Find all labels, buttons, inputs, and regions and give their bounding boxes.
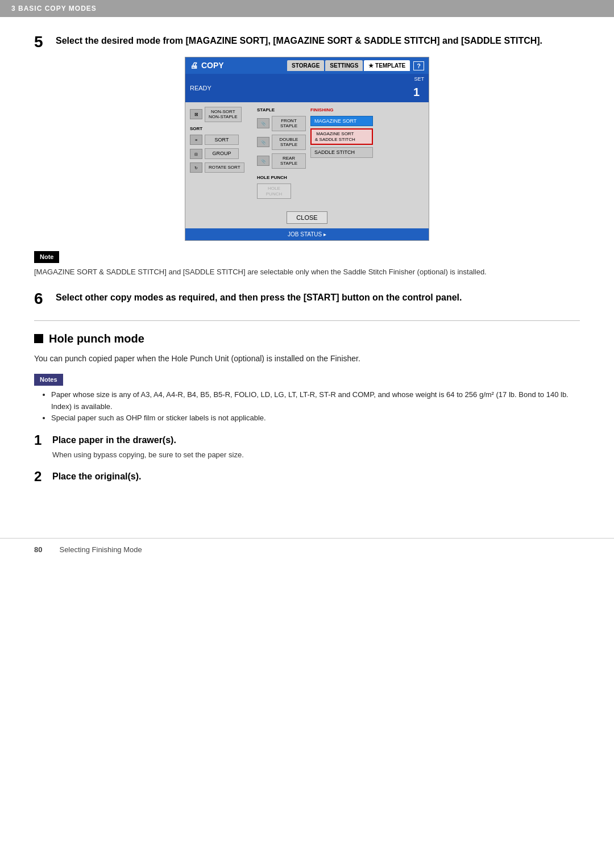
tab-template[interactable]: ★ TEMPLATE [364, 60, 410, 71]
copy-panel-header: 🖨 COPY STORAGE SETTINGS ★ TEMPLATE ? [185, 57, 429, 74]
step5-text: Select the desired mode from [MAGAZINE S… [56, 34, 542, 48]
note-item-1-text: Paper whose size is any of A3, A4, A4-R,… [51, 390, 569, 411]
set-number: 1 [413, 84, 424, 101]
sub-step-1-text: Place paper in the drawer(s). [52, 433, 176, 447]
close-row: CLOSE [185, 205, 429, 228]
section-divider [34, 320, 580, 321]
rotate-sort-btn[interactable]: ROTATE SORT [205, 162, 244, 173]
note5-label: Note [34, 251, 59, 263]
notes-label: Notes [34, 374, 63, 386]
finishing-col: FINISHING MAGAZINE SORT MAGAZINE SORT & … [310, 107, 373, 201]
sub-step-1-desc: When using bypass copying, be sure to se… [52, 449, 580, 461]
black-square-icon [34, 334, 43, 343]
hole-punch-btn: HOLE PUNCH [257, 183, 291, 199]
sub-step-1: 1 Place paper in the drawer(s). When usi… [34, 433, 580, 461]
top-bar-label: 3 BASIC COPY MODES [11, 5, 97, 12]
note-item-2: Special paper such as OHP film or sticke… [51, 412, 580, 424]
sub-step-2-num: 2 [34, 470, 48, 483]
hole-punch-row: HOLE PUNCH [257, 183, 306, 199]
copy-panel: 🖨 COPY STORAGE SETTINGS ★ TEMPLATE ? REA… [185, 57, 429, 241]
footer-page-num: 80 [34, 544, 42, 556]
sub-step-2: 2 Place the original(s). [34, 470, 580, 483]
main-content: 5 Select the desired mode from [MAGAZINE… [0, 17, 614, 515]
copy-panel-tabs: STORAGE SETTINGS ★ TEMPLATE [287, 60, 410, 71]
note5-area: Note [MAGAZINE SORT & SADDLE STITCH] and… [34, 250, 580, 277]
sub-step-1-num: 1 [34, 433, 48, 447]
footer-page-label: Selecting Finishing Mode [59, 544, 142, 556]
note5-text: [MAGAZINE SORT & SADDLE STITCH] and [SAD… [34, 266, 580, 278]
set-area: SET 1 [413, 76, 424, 101]
help-button[interactable]: ? [413, 61, 424, 70]
sort-icon: ≡ [190, 135, 202, 145]
magazine-sort-btn[interactable]: MAGAZINE SORT [310, 116, 373, 127]
sort-label: SORT [190, 126, 252, 132]
sub-step-2-heading: 2 Place the original(s). [34, 470, 580, 483]
step5-number: 5 [34, 34, 51, 50]
sub-step-2-text: Place the original(s). [52, 470, 141, 483]
step6-text: Select other copy modes as required, and… [56, 291, 462, 304]
step5-block: 5 Select the desired mode from [MAGAZINE… [34, 34, 580, 277]
job-status-btn[interactable]: JOB STATUS ▸ [185, 228, 429, 240]
note-item-2-text: Special paper such as OHP film or sticke… [51, 414, 266, 422]
group-icon: ⊟ [190, 149, 202, 159]
finishing-label: FINISHING [310, 107, 373, 114]
set-label: SET [413, 76, 424, 84]
rear-staple-btn[interactable]: REAR STAPLE [272, 153, 306, 169]
step6-block: 6 Select other copy modes as required, a… [34, 291, 580, 307]
double-staple-btn[interactable]: DOUBLE STAPLE [272, 135, 306, 150]
non-sort-btn-row: ⊠ NON-SORT NON-STAPLE [190, 107, 252, 122]
hole-punch-section: Hole punch mode You can punch copied pap… [34, 330, 580, 483]
top-bar: 3 BASIC COPY MODES [0, 0, 614, 17]
copy-icon: 🖨 [190, 60, 198, 72]
front-staple-icon: 📎 [257, 118, 269, 128]
group-btn-row: ⊟ GROUP [190, 148, 252, 159]
front-staple-btn[interactable]: FRONT STAPLE [272, 116, 306, 131]
note-item-1: Paper whose size is any of A3, A4, A4-R,… [51, 389, 580, 413]
non-sort-btn[interactable]: NON-SORT NON-STAPLE [205, 107, 242, 122]
notes-area: Notes Paper whose size is any of A3, A4,… [34, 373, 580, 424]
non-sort-icon: ⊠ [190, 109, 202, 119]
status-text: READY [190, 84, 211, 93]
footer: 80 Selecting Finishing Mode [0, 538, 614, 561]
sort-btn-row: ≡ SORT [190, 135, 252, 145]
rear-staple-icon: 📎 [257, 156, 269, 166]
hole-punch-title: Hole punch mode [49, 330, 144, 347]
step5-heading: 5 Select the desired mode from [MAGAZINE… [34, 34, 580, 50]
tab-settings[interactable]: SETTINGS [325, 60, 363, 71]
hole-punch-heading: Hole punch mode [34, 330, 580, 347]
hole-punch-label: HOLE PUNCH [257, 174, 306, 181]
copy-panel-status: READY SET 1 [185, 74, 429, 102]
hole-punch-desc: You can punch copied paper when the Hole… [34, 353, 580, 365]
step6-number: 6 [34, 291, 51, 307]
magazine-sort-saddle-btn[interactable]: MAGAZINE SORT & SADDLE STITCH [310, 128, 373, 145]
step6-heading: 6 Select other copy modes as required, a… [34, 291, 580, 307]
staple-label: STAPLE [257, 107, 306, 114]
double-staple-icon: 📎 [257, 137, 269, 147]
rotate-sort-icon: ↻ [190, 162, 202, 173]
rear-staple-row: 📎 REAR STAPLE [257, 153, 306, 169]
double-staple-row: 📎 DOUBLE STAPLE [257, 135, 306, 150]
rotate-sort-btn-row: ↻ ROTATE SORT [190, 162, 252, 173]
group-btn[interactable]: GROUP [205, 148, 239, 159]
copy-panel-body: ⊠ NON-SORT NON-STAPLE SORT ≡ SORT ⊟ GROU… [185, 102, 429, 205]
tab-storage[interactable]: STORAGE [287, 60, 324, 71]
copy-title: COPY [201, 60, 224, 72]
saddle-stitch-btn[interactable]: SADDLE STITCH [310, 147, 373, 158]
notes-list: Paper whose size is any of A3, A4, A4-R,… [51, 389, 580, 424]
sort-col: ⊠ NON-SORT NON-STAPLE SORT ≡ SORT ⊟ GROU… [190, 107, 252, 201]
sub-step-1-heading: 1 Place paper in the drawer(s). [34, 433, 580, 447]
close-button[interactable]: CLOSE [287, 211, 327, 224]
staple-col: STAPLE 📎 FRONT STAPLE 📎 DOUBLE STAPLE 📎 … [257, 107, 306, 201]
front-staple-row: 📎 FRONT STAPLE [257, 116, 306, 131]
sort-btn[interactable]: SORT [205, 135, 239, 145]
